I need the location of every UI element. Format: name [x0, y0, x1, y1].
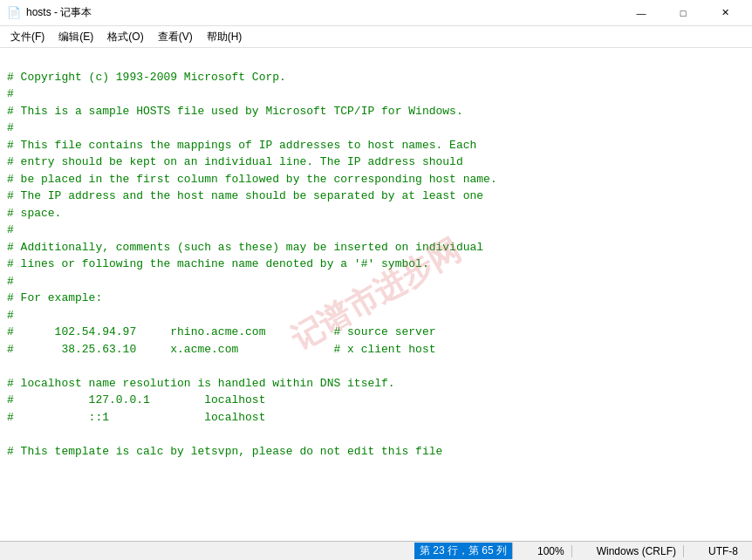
line-12: # lines or following the machine name de… — [7, 257, 429, 270]
line-ending: Windows (CRLF) — [590, 545, 684, 557]
line-21: # ::1 localhost — [7, 411, 265, 424]
editor-content[interactable]: # Copyright (c) 1993-2009 Microsoft Corp… — [0, 48, 752, 541]
menu-help[interactable]: 帮助(H) — [200, 28, 250, 46]
line-15: # — [7, 309, 14, 322]
cursor-position: 第 23 行，第 65 列 — [414, 543, 513, 559]
menubar: 文件(F) 编辑(E) 格式(O) 查看(V) 帮助(H) — [0, 26, 752, 48]
line-7: # be placed in the first column followed… — [7, 173, 497, 186]
close-button[interactable]: ✕ — [705, 0, 745, 26]
line-9: # space. — [7, 207, 61, 220]
line-19: # localhost name resolution is handled w… — [7, 377, 395, 390]
line-17: # 38.25.63.10 x.acme.com # x client host — [7, 343, 435, 356]
line-18 — [7, 359, 14, 372]
line-16: # 102.54.94.97 rhino.acme.com # source s… — [7, 325, 435, 338]
window-controls[interactable]: — □ ✕ — [621, 0, 745, 26]
line-5: # This file contains the mappings of IP … — [7, 139, 476, 152]
line-3: # This is a sample HOSTS file used by Mi… — [7, 105, 463, 118]
maximize-button[interactable]: □ — [663, 0, 703, 26]
line-8: # The IP address and the host name shoul… — [7, 189, 483, 202]
titlebar: 📄 hosts - 记事本 — □ ✕ — [0, 0, 752, 26]
minimize-button[interactable]: — — [621, 0, 661, 26]
editor-wrapper: # Copyright (c) 1993-2009 Microsoft Corp… — [0, 48, 752, 541]
line-10: # — [7, 223, 14, 236]
line-13: # — [7, 275, 14, 288]
menu-format[interactable]: 格式(O) — [100, 28, 150, 46]
line-6: # entry should be kept on an individual … — [7, 155, 463, 168]
zoom-level: 100% — [530, 545, 572, 557]
line-2: # — [7, 87, 14, 100]
app-icon: 📄 — [7, 6, 21, 20]
line-1: # Copyright (c) 1993-2009 Microsoft Corp… — [7, 71, 286, 84]
menu-edit[interactable]: 编辑(E) — [51, 28, 100, 46]
line-14: # For example: — [7, 291, 102, 304]
menu-view[interactable]: 查看(V) — [151, 28, 200, 46]
titlebar-left: 📄 hosts - 记事本 — [7, 5, 92, 20]
line-20: # 127.0.0.1 localhost — [7, 393, 265, 406]
menu-file[interactable]: 文件(F) — [3, 28, 51, 46]
line-22 — [7, 427, 14, 440]
encoding: UTF-8 — [701, 545, 745, 557]
line-4: # — [7, 121, 14, 134]
window-title: hosts - 记事本 — [26, 5, 92, 20]
line-23: # This template is calc by letsvpn, plea… — [7, 445, 442, 458]
line-11: # Additionally, comments (such as these)… — [7, 241, 483, 254]
statusbar: 第 23 行，第 65 列 100% Windows (CRLF) UTF-8 — [0, 541, 752, 560]
